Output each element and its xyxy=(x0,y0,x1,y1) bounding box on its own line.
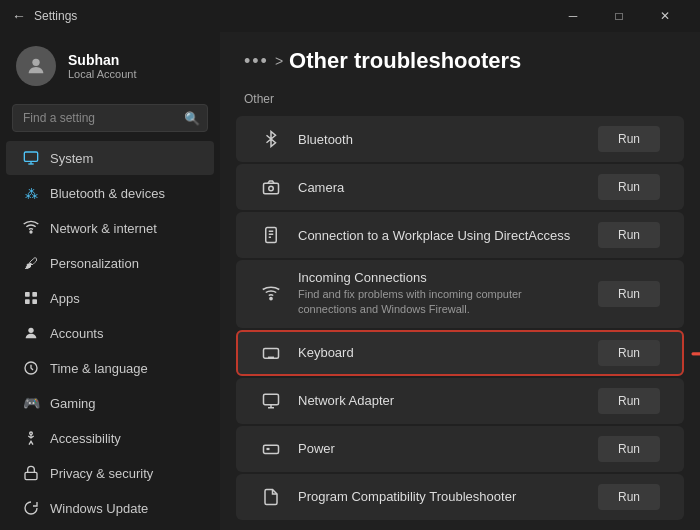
bluetooth-item-text: Bluetooth xyxy=(298,132,582,147)
keyboard-item-name: Keyboard xyxy=(298,345,582,360)
bluetooth-run-button[interactable]: Run xyxy=(598,126,660,152)
sidebar-item-accounts[interactable]: Accounts xyxy=(6,316,214,350)
minimize-button[interactable]: ─ xyxy=(550,0,596,32)
keyboard-wrapper: Keyboard Run ➜ xyxy=(236,330,684,376)
power-item-name: Power xyxy=(298,441,582,456)
troubleshooter-item-keyboard: Keyboard Run xyxy=(236,330,684,376)
keyboard-item-text: Keyboard xyxy=(298,345,582,360)
maximize-button[interactable]: □ xyxy=(596,0,642,32)
sidebar-item-network[interactable]: Network & internet xyxy=(6,211,214,245)
incoming-item-name: Incoming Connections xyxy=(298,270,582,285)
sidebar-label-network: Network & internet xyxy=(50,221,157,236)
main-layout: Subhan Local Account 🔍 System ⁂ Bluetoot… xyxy=(0,32,700,530)
svg-rect-6 xyxy=(32,292,37,297)
page-title: Other troubleshooters xyxy=(289,48,521,74)
time-icon xyxy=(22,359,40,377)
svg-rect-12 xyxy=(25,472,37,479)
user-info: Subhan Local Account xyxy=(68,52,137,80)
sidebar-label-system: System xyxy=(50,151,93,166)
section-label: Other xyxy=(220,84,700,114)
camera-run-button[interactable]: Run xyxy=(598,174,660,200)
close-button[interactable]: ✕ xyxy=(642,0,688,32)
keyboard-run-button[interactable]: Run xyxy=(598,340,660,366)
sidebar-item-system[interactable]: System xyxy=(6,141,214,175)
user-name: Subhan xyxy=(68,52,137,68)
user-account-type: Local Account xyxy=(68,68,137,80)
network-adapter-run-button[interactable]: Run xyxy=(598,388,660,414)
svg-point-11 xyxy=(30,432,33,435)
search-icon: 🔍 xyxy=(184,111,200,126)
title-bar-left: ← Settings xyxy=(12,8,77,24)
gaming-icon: 🎮 xyxy=(22,394,40,412)
network-adapter-item-icon xyxy=(260,390,282,412)
camera-item-name: Camera xyxy=(298,180,582,195)
svg-point-19 xyxy=(270,297,272,299)
connection-item-icon xyxy=(260,224,282,246)
sidebar-label-update: Windows Update xyxy=(50,501,148,516)
svg-point-14 xyxy=(269,186,274,191)
svg-rect-8 xyxy=(32,299,37,304)
connection-run-button[interactable]: Run xyxy=(598,222,660,248)
keyboard-item-icon xyxy=(260,342,282,364)
breadcrumb-dots: ••• xyxy=(244,51,269,72)
back-icon[interactable]: ← xyxy=(12,8,26,24)
accessibility-icon xyxy=(22,429,40,447)
program-run-button[interactable]: Run xyxy=(598,484,660,510)
sidebar-label-apps: Apps xyxy=(50,291,80,306)
red-arrow-indicator: ➜ xyxy=(690,340,700,366)
avatar xyxy=(16,46,56,86)
program-item-text: Program Compatibility Troubleshooter xyxy=(298,489,582,504)
apps-icon xyxy=(22,289,40,307)
search-box[interactable]: 🔍 xyxy=(12,104,208,132)
content-area: ••• > Other troubleshooters Other Blueto… xyxy=(220,32,700,530)
search-input[interactable] xyxy=(12,104,208,132)
troubleshooter-item-program: Program Compatibility Troubleshooter Run xyxy=(236,474,684,520)
accounts-icon xyxy=(22,324,40,342)
sidebar-item-privacy[interactable]: Privacy & security xyxy=(6,456,214,490)
bluetooth-item-name: Bluetooth xyxy=(298,132,582,147)
personalization-icon: 🖌 xyxy=(22,254,40,272)
camera-item-text: Camera xyxy=(298,180,582,195)
user-section: Subhan Local Account xyxy=(0,32,220,100)
breadcrumb-chevron: > xyxy=(275,53,283,69)
connection-item-text: Connection to a Workplace Using DirectAc… xyxy=(298,228,582,243)
sidebar-item-time[interactable]: Time & language xyxy=(6,351,214,385)
svg-point-0 xyxy=(32,59,39,66)
troubleshooter-item-bluetooth: Bluetooth Run xyxy=(236,116,684,162)
sidebar-label-accessibility: Accessibility xyxy=(50,431,121,446)
incoming-item-text: Incoming Connections Find and fix proble… xyxy=(298,270,582,318)
power-run-button[interactable]: Run xyxy=(598,436,660,462)
svg-rect-5 xyxy=(25,292,30,297)
svg-rect-13 xyxy=(264,183,279,194)
network-adapter-item-text: Network Adapter xyxy=(298,393,582,408)
sidebar-item-bluetooth[interactable]: ⁂ Bluetooth & devices xyxy=(6,176,214,210)
title-bar-controls: ─ □ ✕ xyxy=(550,0,688,32)
incoming-item-icon xyxy=(260,283,282,305)
system-icon xyxy=(22,149,40,167)
update-icon xyxy=(22,499,40,517)
sidebar-item-accessibility[interactable]: Accessibility xyxy=(6,421,214,455)
sidebar-item-gaming[interactable]: 🎮 Gaming xyxy=(6,386,214,420)
troubleshooter-item-power: Power Run xyxy=(236,426,684,472)
sidebar: Subhan Local Account 🔍 System ⁂ Bluetoot… xyxy=(0,32,220,530)
camera-item-icon xyxy=(260,176,282,198)
sidebar-label-gaming: Gaming xyxy=(50,396,96,411)
incoming-item-desc: Find and fix problems with incoming comp… xyxy=(298,287,582,318)
troubleshooter-item-incoming: Incoming Connections Find and fix proble… xyxy=(236,260,684,328)
sidebar-item-personalization[interactable]: 🖌 Personalization xyxy=(6,246,214,280)
troubleshooter-item-camera: Camera Run xyxy=(236,164,684,210)
sidebar-item-apps[interactable]: Apps xyxy=(6,281,214,315)
svg-rect-7 xyxy=(25,299,30,304)
sidebar-nav: System ⁂ Bluetooth & devices Network & i… xyxy=(0,140,220,526)
incoming-run-button[interactable]: Run xyxy=(598,281,660,307)
breadcrumb: ••• > Other troubleshooters xyxy=(220,32,700,84)
connection-item-name: Connection to a Workplace Using DirectAc… xyxy=(298,228,582,243)
network-adapter-item-name: Network Adapter xyxy=(298,393,582,408)
troubleshooter-item-network-adapter: Network Adapter Run xyxy=(236,378,684,424)
power-item-icon xyxy=(260,438,282,460)
sidebar-item-update[interactable]: Windows Update xyxy=(6,491,214,525)
sidebar-label-privacy: Privacy & security xyxy=(50,466,153,481)
troubleshooter-item-connection: Connection to a Workplace Using DirectAc… xyxy=(236,212,684,258)
sidebar-label-bluetooth: Bluetooth & devices xyxy=(50,186,165,201)
bluetooth-nav-icon: ⁂ xyxy=(22,184,40,202)
